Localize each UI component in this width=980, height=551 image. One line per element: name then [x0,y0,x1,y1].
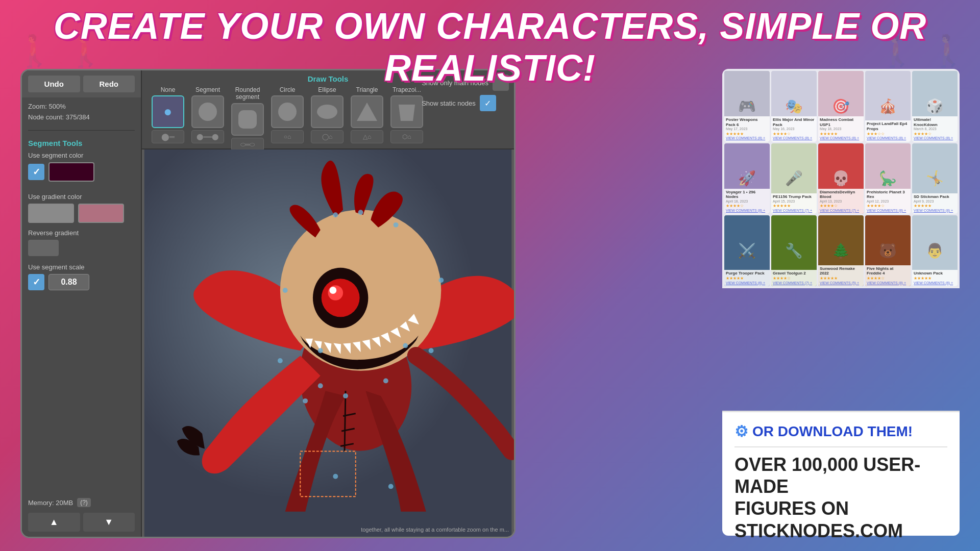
tool-triangle-btn[interactable] [351,95,383,128]
thumb-overlay-9: Prehistoric Planet 3 Rex April 12, 2023 … [865,189,911,214]
tool-segment-sub[interactable]: ⬤══⬤ [191,130,224,143]
thumb-icon-13: 🌲 [832,242,850,259]
svg-point-20 [329,287,336,294]
svg-point-38 [278,358,283,363]
segment-scale-checkbox[interactable]: ✓ [28,274,44,290]
thumb-item-13[interactable]: 🌲 Sunwood Remake 2022 ★★★★★ VIEW COMMENT… [818,215,864,286]
show-static-nodes-row: Show static nodes ✓ [422,95,509,111]
node-count-label: Node count: 375/384 [28,112,135,123]
svg-point-45 [318,348,323,353]
svg-point-33 [358,210,363,215]
tool-circle: Circle ○⌂ [270,86,305,143]
tool-segment-btn[interactable] [191,95,224,128]
download-title: ⚙ OR DOWNLOAD THEM! [734,422,947,440]
svg-point-44 [383,379,388,384]
gradient-color-row [28,204,135,223]
memory-bar: Memory: 20MB (?) [22,494,141,511]
svg-point-41 [388,484,394,489]
tool-triangle-sub[interactable]: △⌂ [351,130,383,143]
svg-point-39 [429,348,434,353]
svg-point-35 [394,222,399,228]
nav-arrows: ▲ ▼ [22,513,141,532]
tool-trapezoid-sub[interactable]: ⬡⌂ [390,130,423,143]
thumb-item-15[interactable]: 👨 Unknown Pack ★★★★★ VIEW COMMENTS (6) + [912,215,958,286]
tool-rounded-segment-sub[interactable]: ⬭═⬭ [231,138,264,151]
tool-ellipse: Ellipse ◯⌂ [309,86,345,143]
thumb-icon-14: 🐻 [879,242,897,259]
tool-rounded-segment: Roundedsegment ⬭═⬭ [230,86,265,151]
thumb-icon-10: 🤸 [926,170,944,187]
thumb-item-9[interactable]: 🦕 Prehistoric Planet 3 Rex April 12, 202… [865,143,911,214]
thumbnails-grid: 🎮 Poster Weapons Pack 6 May 17, 2023 ★★★… [722,69,960,288]
svg-point-46 [403,343,408,348]
thumb-item-14[interactable]: 🐻 Five Nights at Freddie 4 ★★★★☆ VIEW CO… [865,215,911,286]
download-icon: ⚙ [734,422,748,440]
thumb-item-11[interactable]: ⚔️ Purge Trooper Pack ★★★★★ VIEW COMMENT… [724,215,770,286]
nav-up-button[interactable]: ▲ [28,513,80,532]
tool-none-btn[interactable]: ● [152,95,184,128]
thumb-overlay-5: Ultimate! KnocKdown March 8, 2023 ★★★★☆ … [912,116,958,142]
tool-circle-sub[interactable]: ○⌂ [271,130,304,143]
scale-value[interactable]: 0.88 [48,274,89,290]
thumb-icon-8: 💀 [832,170,850,187]
download-section: ⚙ OR DOWNLOAD THEM! OVER 100,000 USER-MA… [722,411,960,536]
tool-ellipse-sub[interactable]: ◯⌂ [311,130,344,143]
download-separator [734,446,947,447]
nav-down-button[interactable]: ▼ [83,513,135,532]
tool-segment: Segment ⬤══⬤ [190,86,226,143]
tool-ellipse-btn[interactable] [311,95,344,128]
use-segment-color-label: Use segment color [28,152,135,159]
segment-color-row: ✓ [28,162,135,182]
thumb-overlay-15: Unknown Pack ★★★★★ VIEW COMMENTS (6) + [912,270,958,286]
svg-point-43 [303,398,308,404]
thumb-item-12[interactable]: 🔧 Gravel Toolgun 2 ★★★★☆ VIEW COMMENTS (… [771,215,817,286]
thumb-icon-12: 🔧 [785,242,803,259]
thumb-icon-7: 🎤 [785,170,803,187]
show-static-nodes-label: Show static nodes [422,99,476,107]
memory-label: Memory: 20MB [28,499,73,507]
svg-point-42 [318,383,323,388]
download-body: OVER 100,000 USER-MADEFIGURES ON STICKNO… [734,454,947,542]
tool-rounded-segment-btn[interactable] [231,103,264,136]
page-title: CREATE YOUR OWN CHARACTERS, SIMPLE OR RE… [0,5,980,89]
svg-marker-13 [399,105,415,121]
thumb-overlay-10: SD Stickman Pack April 9, 2023 ★★★★★ VIE… [912,193,958,214]
show-static-nodes-checkbox[interactable]: ✓ [480,95,496,111]
thumb-overlay-4: Project LandFall Ep4 Props ★★★☆☆ VIEW CO… [865,120,911,141]
bottom-text: together, all while staying at a comfort… [361,527,509,533]
divider-1 [28,130,135,131]
thumb-overlay-12: Gravel Toolgun 2 ★★★★☆ VIEW COMMENTS (7)… [771,270,817,286]
thumb-overlay-14: Five Nights at Freddie 4 ★★★★☆ VIEW COMM… [865,265,911,286]
tool-triangle: Triangle △⌂ [349,86,385,143]
gradient-color-swatch-2[interactable] [78,204,124,223]
thumb-item-8[interactable]: 💀 DiamondsDevillyn Blood April 13, 2023 … [818,143,864,214]
thumb-overlay-8: DiamondsDevillyn Blood April 13, 2023 ★★… [818,189,864,214]
thumb-item-7[interactable]: 🎤 PE1156 Trump Pack April 15, 2023 ★★★★★… [771,143,817,214]
thumb-overlay-1: Poster Weapons Pack 6 May 17, 2023 ★★★★★… [724,116,770,142]
help-button[interactable]: (?) [77,498,91,507]
zoom-label: Zoom: 500% [28,102,135,112]
thumb-icon-9: 🦕 [879,170,897,187]
reverse-gradient-label: Reverse gradient [28,229,135,237]
canvas-area[interactable]: together, all while staying at a comfort… [142,149,514,537]
segment-color-checkbox[interactable]: ✓ [28,164,44,180]
reverse-gradient-swatch[interactable] [28,240,59,256]
character-art [142,149,514,537]
tool-trapezoid-btn[interactable] [390,95,423,128]
tool-none: None ● ⬤═ [150,86,186,143]
svg-rect-9 [238,110,257,129]
thumb-overlay-2: Ellis Major And Minor Pack May 16, 2023 … [771,116,817,142]
thumb-icon-15: 👨 [926,242,944,259]
svg-point-8 [199,103,217,121]
use-segment-scale-label: Use segment scale [28,263,135,271]
thumb-item-10[interactable]: 🤸 SD Stickman Pack April 9, 2023 ★★★★★ V… [912,143,958,214]
segment-scale-row: ✓ 0.88 [28,274,135,290]
segment-color-swatch[interactable] [48,162,94,182]
tool-none-sub[interactable]: ⬤═ [152,130,184,143]
tool-circle-btn[interactable] [271,95,304,128]
gradient-color-swatch-1[interactable] [28,204,74,223]
use-gradient-color-label: Use gradient color [28,193,135,201]
thumb-item-6[interactable]: 🚀 Voyager 1 • 296 Nodes April 18, 2023 ★… [724,143,770,214]
svg-marker-12 [357,103,377,121]
thumb-icon-5: 🎲 [926,98,944,115]
